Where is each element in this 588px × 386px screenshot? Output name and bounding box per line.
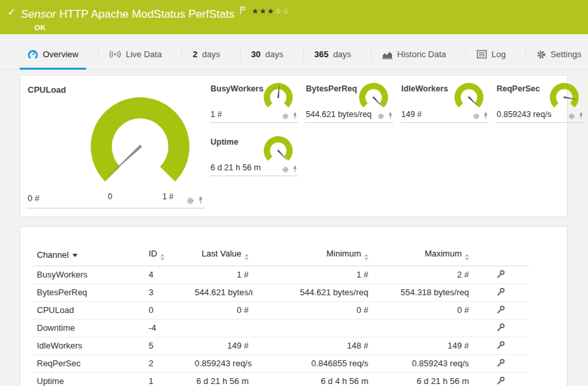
pin-icon[interactable] xyxy=(292,165,298,175)
sort-icon xyxy=(364,254,368,260)
tab-number: 30 xyxy=(251,49,260,59)
wrench-icon[interactable] xyxy=(497,376,505,386)
cell-maximum: 0 # xyxy=(372,301,473,319)
table-row: Uptime 1 6 d 21 h 56 m 6 d 4 h 56 m 6 d … xyxy=(32,372,529,386)
tab-label: Overview xyxy=(43,49,78,59)
gear-icon[interactable] xyxy=(282,112,289,122)
wrench-icon[interactable] xyxy=(497,323,505,333)
column-header-maximum[interactable]: Maximum xyxy=(372,244,473,266)
cell-actions xyxy=(473,354,529,372)
wrench-icon[interactable] xyxy=(497,270,505,280)
cell-minimum: 148 # xyxy=(253,337,372,354)
gauge-current-value: 149 # xyxy=(401,110,422,119)
stars-empty: ☆☆ xyxy=(275,7,291,16)
gauge-icon xyxy=(28,49,38,60)
cell-channel: BytesPerReq xyxy=(32,283,143,301)
column-label: Minimum xyxy=(326,249,361,258)
pin-icon[interactable] xyxy=(387,112,393,122)
tab-30-days[interactable]: 30 days xyxy=(250,39,285,69)
wrench-icon[interactable] xyxy=(497,341,505,351)
gear-icon[interactable] xyxy=(282,165,289,175)
cell-id: -4 xyxy=(143,319,195,337)
sensor-header: ✓ SensorHTTP Apache ModStatus PerfStats★… xyxy=(0,0,588,34)
pin-icon[interactable] xyxy=(197,196,204,206)
tab-log[interactable]: Log xyxy=(476,39,507,69)
cell-maximum: 2 # xyxy=(372,266,473,283)
gauge-title: BytesPerReq xyxy=(306,84,357,93)
wrench-icon[interactable] xyxy=(497,287,505,298)
sensor-title-line: SensorHTTP Apache ModStatus PerfStats★★★… xyxy=(20,5,290,21)
gear-icon[interactable] xyxy=(568,112,575,122)
cell-id: 4 xyxy=(143,266,195,283)
broadcast-icon xyxy=(109,50,121,59)
cell-channel: CPULoad xyxy=(32,301,143,319)
priority-stars[interactable]: ★★★☆☆ xyxy=(251,7,290,16)
gear-icon[interactable] xyxy=(473,112,479,122)
cell-last-value xyxy=(195,319,253,337)
gear-icon xyxy=(537,50,546,59)
tab-historic-data[interactable]: Historic Data xyxy=(381,39,447,69)
tab-overview[interactable]: Overview xyxy=(26,39,80,69)
table-row: Downtime -4 xyxy=(32,319,529,337)
gauge-cell-uptime[interactable]: Uptime 6 d 21 h 56 m xyxy=(210,135,298,176)
gear-icon[interactable] xyxy=(378,112,384,122)
cell-last-value: 544.621 bytes/req xyxy=(195,283,253,301)
priority-flag-icon[interactable] xyxy=(240,5,246,17)
cell-last-value: 0.859243 req/s xyxy=(195,354,253,372)
cell-channel: Uptime xyxy=(32,372,143,386)
table-row: ReqPerSec 2 0.859243 req/s 0.846855 req/… xyxy=(32,354,529,372)
tab-label: Live Data xyxy=(126,49,162,59)
tab-label: days xyxy=(265,49,283,59)
cpuload-gauge xyxy=(84,87,196,199)
cell-actions xyxy=(473,301,529,319)
column-header-last-value[interactable]: Last Value xyxy=(195,244,253,266)
tab-label: days xyxy=(333,49,351,59)
gauges-panel: CPULoad 0 # 0 1 # BusyWorkers 1 # xyxy=(20,75,568,217)
table-row: BytesPerReq 3 544.621 bytes/req 544.621 … xyxy=(32,283,529,301)
tab-365-days[interactable]: 365 days xyxy=(313,39,353,69)
tab-2-days[interactable]: 2 days xyxy=(191,39,222,69)
cell-actions xyxy=(473,283,529,301)
log-icon xyxy=(477,50,487,59)
wrench-icon[interactable] xyxy=(497,358,505,369)
gauge-cell-reqpersec[interactable]: ReqPerSec 0.859243 req/s xyxy=(496,82,584,123)
column-header-channel[interactable]: Channel xyxy=(32,244,143,266)
cell-channel: IdleWorkers xyxy=(32,337,143,354)
gear-icon[interactable] xyxy=(187,197,194,206)
pin-icon[interactable] xyxy=(578,112,584,122)
channel-table: Channel ID Last Value Minimum Maximum Bu… xyxy=(32,244,529,386)
cell-maximum: 0.859243 req/s xyxy=(372,354,473,372)
cell-last-value: 1 # xyxy=(195,266,253,283)
cell-minimum: 0 # xyxy=(253,301,372,319)
pin-icon[interactable] xyxy=(483,112,489,122)
column-header-id[interactable]: ID xyxy=(143,244,195,266)
cell-last-value: 6 d 21 h 56 m xyxy=(195,372,253,386)
tab-label: Settings xyxy=(551,49,581,59)
sort-icon xyxy=(160,254,164,260)
tab-live-data[interactable]: Live Data xyxy=(108,39,163,69)
channel-table-panel: Channel ID Last Value Minimum Maximum Bu… xyxy=(20,226,568,386)
sensor-overview-page: ✓ SensorHTTP Apache ModStatus PerfStats★… xyxy=(0,0,588,386)
gauge-cell-cpuload[interactable]: CPULoad 0 # 0 1 # xyxy=(26,80,205,208)
table-row: CPULoad 0 0 # 0 # 0 # xyxy=(32,301,529,319)
wrench-icon[interactable] xyxy=(497,305,505,316)
tab-label: Log xyxy=(491,49,506,59)
gauge-current-value: 0.859243 req/s xyxy=(497,110,551,119)
cell-actions xyxy=(473,319,529,337)
gauge-scale-max: 1 # xyxy=(162,192,174,201)
sort-icon xyxy=(465,254,469,260)
gauge-cell-bytesperreq[interactable]: BytesPerReq 544.621 bytes/req xyxy=(305,82,393,123)
gauge-title: IdleWorkers xyxy=(401,84,448,93)
sort-desc-icon xyxy=(72,254,78,257)
column-label: Channel xyxy=(37,250,68,260)
tab-settings[interactable]: Settings xyxy=(535,39,583,69)
cell-last-value: 149 # xyxy=(195,337,253,354)
pin-icon[interactable] xyxy=(292,112,298,122)
gauge-cell-busyworkers[interactable]: BusyWorkers 1 # xyxy=(210,82,298,123)
object-type-label: Sensor xyxy=(20,8,56,20)
gauge-cell-idleworkers[interactable]: IdleWorkers 149 # xyxy=(401,82,489,123)
column-header-minimum[interactable]: Minimum xyxy=(253,244,372,266)
cell-maximum: 554.318 bytes/req xyxy=(372,283,473,301)
cell-maximum: 149 # xyxy=(372,337,473,354)
gauge-title: CPULoad xyxy=(28,85,66,95)
